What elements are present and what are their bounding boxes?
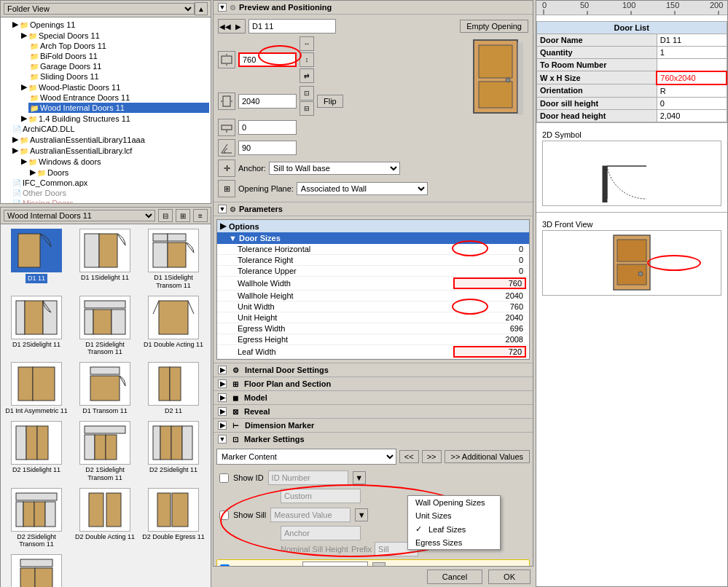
tree-other-doors[interactable]: Other Doors bbox=[11, 188, 209, 198]
show-id-input2[interactable] bbox=[281, 489, 361, 503]
thumb-view-btn1[interactable]: ⊟ bbox=[158, 209, 173, 222]
cancel-button[interactable]: Cancel bbox=[427, 570, 482, 584]
thumb-d1-11[interactable]: D1 11 bbox=[4, 227, 69, 291]
mirror-h-icon[interactable]: ↔ bbox=[300, 36, 314, 51]
mirror-v-icon[interactable]: ↕ bbox=[300, 52, 314, 67]
thumb-d1-double-acting[interactable]: D1 Double Acting 11 bbox=[141, 294, 206, 358]
thumb-d1-1s-transom[interactable]: D1 1Sidelight Transom 11 bbox=[141, 227, 206, 291]
thumb-d2-1sidelight[interactable]: D2 1Sidelight 11 bbox=[4, 419, 69, 484]
show-sill-checkbox[interactable] bbox=[219, 511, 229, 520]
options-group[interactable]: ▶Options bbox=[217, 220, 529, 232]
prev-btn[interactable]: ◀◀ bbox=[219, 20, 232, 33]
tree-special-doors[interactable]: ▶Special Doors 11 bbox=[20, 30, 209, 41]
thumb-d2-11[interactable]: D2 11 bbox=[141, 361, 206, 417]
dimension-marker-row[interactable]: ▶ ⊢ Dimension Marker bbox=[214, 418, 533, 432]
param-row-tol-r: Tolerance Right 0 bbox=[217, 255, 529, 266]
thumb-d2-double-acting[interactable]: D2 Double Acting 11 bbox=[72, 486, 138, 551]
tree-wood-internal[interactable]: Wood Internal Doors 11 bbox=[28, 103, 209, 113]
door-id-input[interactable] bbox=[248, 19, 336, 34]
width-input[interactable] bbox=[238, 52, 297, 67]
show-id-checkbox[interactable] bbox=[219, 473, 229, 483]
tree-wood-plastic[interactable]: ▶Wood-Plastic Doors 11 bbox=[20, 82, 209, 92]
model-row[interactable]: ▶ ◼ Model bbox=[214, 390, 533, 404]
reveal-toggle[interactable]: ▶ bbox=[218, 407, 227, 416]
dl-door-name-label: Door Name bbox=[537, 34, 657, 47]
floor-plan-section-row[interactable]: ▶ ⊞ Floor Plan and Section bbox=[214, 377, 533, 390]
offset-icon-svg bbox=[220, 121, 233, 134]
show-id-input1[interactable] bbox=[268, 470, 348, 485]
params-toggle[interactable]: ▼ bbox=[218, 205, 227, 213]
next-btn[interactable]: ▶ bbox=[232, 20, 245, 33]
thumb-d2-transom[interactable]: D2 Transom 11 bbox=[4, 553, 69, 587]
folder-view-select[interactable]: Folder View bbox=[4, 3, 195, 15]
opening-plane-select[interactable]: Associated to Wall bbox=[297, 182, 428, 195]
additional-values-btn[interactable]: >> Additional Values bbox=[445, 450, 530, 463]
thumb-d1-2sidelight[interactable]: D1 2Sidelight 11 bbox=[4, 294, 69, 358]
wall-opening-sizes-item[interactable]: Wall Opening Sizes bbox=[408, 496, 500, 509]
tree-ifc-common[interactable]: IFC_Common.apx bbox=[11, 178, 209, 188]
thumb-d1-1sidelight[interactable]: D1 1Sidelight 11 bbox=[72, 227, 138, 291]
preview-toggle[interactable]: ▼ bbox=[218, 3, 227, 12]
show-sill-dropdown-btn[interactable]: ▼ bbox=[355, 508, 368, 521]
anchor-icon1[interactable]: ⊡ bbox=[300, 86, 314, 101]
show-sill-input1[interactable] bbox=[270, 508, 351, 522]
tree-openings[interactable]: ▶Openings 11 bbox=[11, 19, 209, 30]
marker-settings-row[interactable]: ▼ ⊡ Marker Settings bbox=[214, 432, 533, 446]
marker-next-btn[interactable]: >> bbox=[422, 450, 442, 463]
thumb-d2-2s-transom[interactable]: D2 2Sidelight Transom 11 bbox=[4, 486, 69, 551]
folder-nav-up[interactable]: ▲ bbox=[195, 2, 208, 15]
dm-toggle[interactable]: ▶ bbox=[218, 421, 227, 430]
thumb-d2-double-egress[interactable]: D2 Double Egress 11 bbox=[141, 486, 206, 551]
tree-australian-ess[interactable]: ▶AustralianEssentialLibrary11aaa bbox=[11, 134, 209, 145]
svg-rect-8 bbox=[168, 243, 186, 267]
marker-content-select[interactable]: Marker Content bbox=[216, 449, 396, 465]
unit-sizes-item[interactable]: Unit Sizes bbox=[408, 509, 500, 522]
thumb-label-d1-t: D1 Transom 11 bbox=[82, 407, 128, 415]
egress-sizes-item[interactable]: Egress Sizes bbox=[408, 536, 500, 549]
tree-doors[interactable]: ▶Doors bbox=[28, 167, 209, 178]
door-sizes-group[interactable]: ▼ Door Sizes bbox=[217, 232, 529, 244]
tree-building-structures[interactable]: ▶1.4 Building Structures 11 bbox=[20, 113, 209, 124]
tree-sliding[interactable]: Sliding Doors 11 bbox=[28, 71, 209, 82]
marker-prev-btn[interactable]: << bbox=[399, 450, 419, 463]
tree-missing-doors[interactable]: Missing Doors bbox=[11, 198, 209, 203]
ms-toggle[interactable]: ▼ bbox=[218, 435, 227, 444]
internal-door-settings-row[interactable]: ▶ ⚙ Internal Door Settings bbox=[214, 363, 533, 377]
anchor-icon2[interactable]: ⊟ bbox=[300, 101, 314, 116]
angle-input[interactable] bbox=[238, 141, 297, 155]
thumb-d1-int-asym[interactable]: D1 Int Asymmetric 11 bbox=[4, 361, 69, 417]
thumb-d2-1s-transom[interactable]: D2 1Sidelight Transom 11 bbox=[72, 419, 138, 484]
show-sill-input2[interactable] bbox=[281, 526, 361, 540]
ids-toggle[interactable]: ▶ bbox=[218, 366, 227, 374]
thumb-view-btn2[interactable]: ⊞ bbox=[176, 209, 190, 222]
empty-opening-button[interactable]: Empty Opening bbox=[460, 20, 528, 33]
thumb-view-btn3[interactable]: ≡ bbox=[193, 209, 208, 222]
reveal-icon: ⊠ bbox=[232, 408, 238, 416]
ok-button[interactable]: OK bbox=[488, 570, 531, 584]
model-toggle[interactable]: ▶ bbox=[218, 393, 227, 402]
reveal-row[interactable]: ▶ ⊠ Reveal bbox=[214, 404, 533, 418]
ids-label: Internal Door Settings bbox=[245, 366, 329, 374]
leaf-sizes-item[interactable]: ✓ Leaf Sizes bbox=[408, 522, 500, 536]
anchor-select[interactable]: Sill to Wall base bbox=[269, 162, 400, 175]
dl-qty-label: Quantity bbox=[537, 47, 657, 59]
tree-australian-lcf[interactable]: ▶AustralianEssentialLibrary.lcf bbox=[11, 145, 209, 156]
tree-windows-doors[interactable]: ▶Windows & doors bbox=[20, 156, 209, 167]
fps-toggle[interactable]: ▶ bbox=[218, 379, 227, 388]
tree-arch-top[interactable]: Arch Top Doors 11 bbox=[28, 41, 209, 51]
thumbnail-select[interactable]: Wood Internal Doors 11 bbox=[4, 210, 155, 221]
thumb-d1-transom[interactable]: D1 Transom 11 bbox=[72, 361, 138, 417]
height-input[interactable] bbox=[238, 94, 297, 109]
thumb-label-d2-de: D2 Double Egress 11 bbox=[142, 533, 205, 541]
show-id-dropdown-btn[interactable]: ▼ bbox=[353, 471, 366, 484]
thumb-d2-2sidelight[interactable]: D2 2Sidelight 11 bbox=[141, 419, 206, 484]
flip-button[interactable]: Flip bbox=[317, 95, 343, 108]
thumb-d1-2s-transom[interactable]: D1 2Sidelight Transom 11 bbox=[72, 294, 138, 358]
flip2-icon[interactable]: ⇄ bbox=[300, 68, 314, 83]
tree-archicad-dll[interactable]: ArchiCAD.DLL bbox=[11, 124, 209, 134]
tree-garage[interactable]: Garage Doors 11 bbox=[28, 61, 209, 71]
offset-input[interactable] bbox=[238, 120, 297, 135]
param-name-egress-w: Egress Width bbox=[220, 324, 453, 333]
tree-wood-entrance[interactable]: Wood Entrance Doors 11 bbox=[28, 92, 209, 103]
tree-bifold[interactable]: BiFold Doors 11 bbox=[28, 51, 209, 61]
